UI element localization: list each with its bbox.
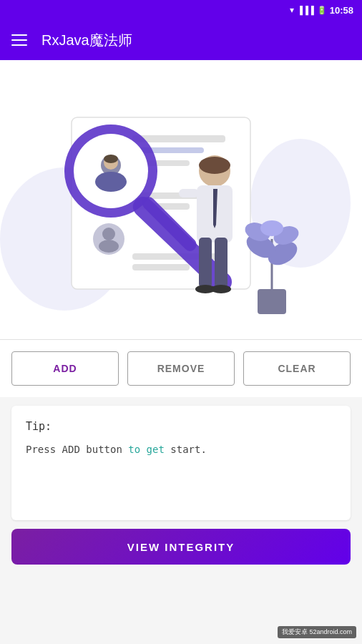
svg-rect-29 bbox=[215, 238, 228, 288]
status-icons: ▾ ▐▐▐ 🔋 10:58 bbox=[290, 5, 353, 16]
signal-icon: ▐▐▐ bbox=[297, 6, 313, 14]
action-buttons-row: ADD REMOVE CLEAR bbox=[0, 339, 362, 397]
svg-point-25 bbox=[199, 157, 230, 174]
view-integrity-button[interactable]: VIEW INTEGRITY bbox=[11, 529, 351, 565]
svg-rect-15 bbox=[132, 264, 190, 270]
add-button[interactable]: ADD bbox=[11, 351, 119, 386]
wifi-icon: ▾ bbox=[290, 5, 294, 15]
battery-icon: 🔋 bbox=[317, 6, 327, 15]
svg-point-31 bbox=[211, 285, 231, 293]
svg-rect-33 bbox=[258, 289, 286, 314]
svg-point-12 bbox=[102, 228, 115, 240]
tip-content: Press ADD button to get start. bbox=[26, 441, 336, 457]
svg-point-21 bbox=[104, 155, 118, 163]
svg-point-39 bbox=[260, 220, 283, 236]
app-bar: RxJava魔法师 bbox=[0, 20, 362, 60]
status-bar: ▾ ▐▐▐ 🔋 10:58 bbox=[0, 0, 362, 20]
app-title: RxJava魔法师 bbox=[41, 31, 132, 50]
tip-prefix: Press ADD button bbox=[26, 444, 128, 455]
tip-highlight: to get bbox=[128, 444, 165, 455]
svg-rect-27 bbox=[179, 189, 199, 197]
svg-rect-28 bbox=[199, 238, 212, 288]
svg-point-19 bbox=[95, 172, 127, 192]
status-time: 10:58 bbox=[330, 5, 353, 16]
hamburger-menu[interactable] bbox=[11, 34, 27, 46]
clear-button[interactable]: CLEAR bbox=[243, 351, 351, 386]
tip-suffix: start. bbox=[165, 444, 207, 455]
tip-box: Tip: Press ADD button to get start. bbox=[11, 406, 351, 520]
svg-point-13 bbox=[99, 240, 119, 253]
hero-illustration bbox=[0, 60, 362, 339]
watermark: 我爱安卓 52android.com bbox=[278, 626, 356, 638]
remove-button[interactable]: REMOVE bbox=[127, 351, 235, 386]
tip-label: Tip: bbox=[26, 420, 336, 433]
